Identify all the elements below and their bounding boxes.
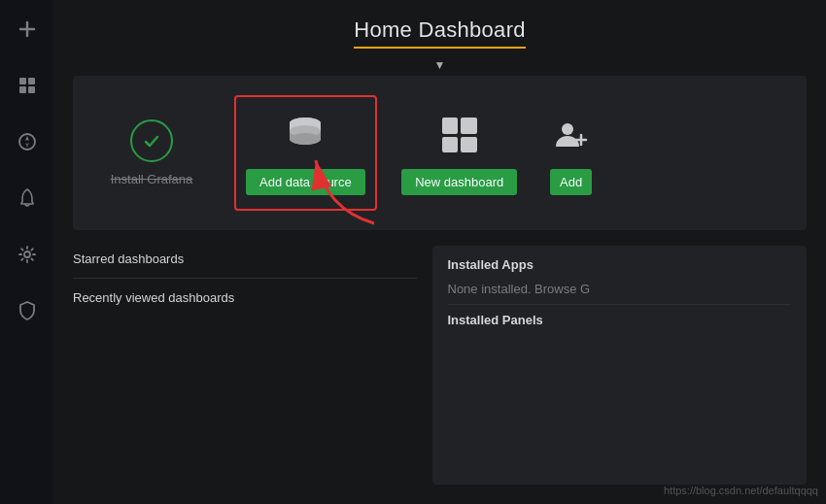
install-grafana-card: Install Grafana	[88, 119, 215, 186]
install-grafana-label: Install Grafana	[111, 172, 193, 186]
add-data-source-button[interactable]: Add data source	[246, 169, 365, 195]
starred-dashboards-label[interactable]: Starred dashboards	[73, 246, 417, 272]
page-title: Home Dashboard	[354, 17, 526, 43]
svg-rect-5	[28, 86, 35, 93]
recently-viewed-label[interactable]: Recently viewed dashboards	[73, 285, 417, 311]
svg-point-9	[24, 252, 30, 257]
check-circle-icon	[130, 119, 173, 162]
bottom-row: Starred dashboards Recently viewed dashb…	[73, 246, 807, 485]
divider-1	[73, 278, 417, 279]
compass-icon[interactable]	[8, 122, 47, 161]
new-dashboard-card: New dashboard	[396, 111, 523, 195]
svg-rect-3	[28, 78, 35, 84]
add-user-card: Add	[542, 111, 601, 195]
sidebar	[0, 0, 53, 504]
installed-apps-title: Installed Apps	[448, 257, 792, 272]
header: Home Dashboard	[53, 0, 826, 58]
bottom-left: Starred dashboards Recently viewed dashb…	[73, 246, 417, 485]
add-data-source-card: Add data source	[234, 95, 377, 211]
cards-container: Install Grafana Add data	[73, 76, 807, 230]
svg-marker-7	[25, 136, 29, 141]
cards-row: ▼ Install Grafana	[73, 58, 807, 230]
dropdown-symbol: ▼	[434, 58, 446, 72]
database-icon	[281, 111, 329, 159]
watermark: https://blog.csdn.net/defaultqqqq	[664, 485, 818, 496]
svg-marker-8	[25, 143, 29, 148]
shield-icon[interactable]	[8, 291, 47, 330]
new-dashboard-icon	[435, 111, 484, 159]
main-content: Home Dashboard ▼ Install Grafana	[53, 0, 826, 504]
installed-panels-title: Installed Panels	[448, 313, 792, 327]
svg-rect-2	[19, 78, 26, 84]
content-area: ▼ Install Grafana	[53, 58, 826, 504]
svg-point-13	[290, 133, 321, 145]
plus-icon[interactable]	[8, 10, 47, 49]
svg-rect-4	[19, 86, 26, 93]
svg-point-14	[562, 123, 573, 135]
divider-2	[448, 304, 792, 305]
none-installed-label: None installed. Browse G	[448, 282, 792, 296]
title-underline	[354, 47, 526, 49]
apps-icon[interactable]	[8, 66, 47, 105]
bell-icon[interactable]	[8, 179, 47, 218]
add-user-button[interactable]: Add	[550, 169, 592, 195]
header-title-wrap: Home Dashboard	[354, 17, 526, 49]
gear-icon[interactable]	[8, 235, 47, 274]
add-user-icon	[547, 111, 596, 159]
new-dashboard-button[interactable]: New dashboard	[401, 169, 517, 195]
bottom-right: Installed Apps None installed. Browse G …	[432, 246, 808, 485]
dropdown-arrow: ▼	[73, 58, 807, 72]
